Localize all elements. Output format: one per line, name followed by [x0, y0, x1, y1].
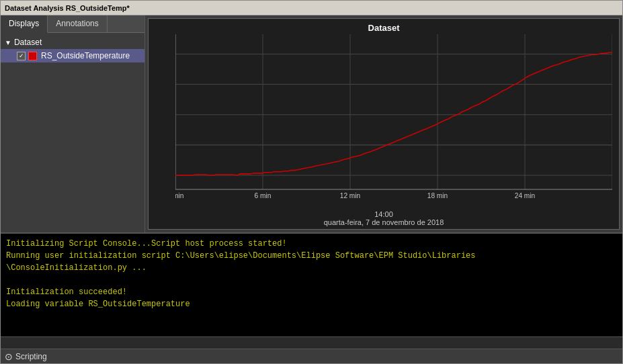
svg-text:12 min: 12 min [340, 191, 361, 199]
scripting-icon: ⊙ [5, 351, 13, 362]
tab-annotations[interactable]: Annotations [48, 15, 107, 32]
item-checkbox[interactable]: ✓ [17, 52, 26, 60]
chart-footer: 14:00 quarta-feira, 7 de novembro de 201… [149, 210, 619, 229]
chart-date: quarta-feira, 7 de novembro de 2018 [149, 218, 619, 226]
console-output: Initializing Script Console...Script hos… [6, 238, 617, 310]
item-color-swatch [28, 52, 37, 60]
status-label: Scripting [15, 352, 47, 361]
chart-title: Dataset [149, 19, 619, 34]
console-input-bar[interactable] [1, 336, 622, 349]
status-bar: ⊙ Scripting [1, 349, 622, 363]
left-panel: Displays Annotations ▼ Dataset ✓ RS_Outs… [1, 15, 145, 232]
chart-body: 10 20 30 40 0 min 6 min 12 min 18 min 24… [175, 34, 612, 203]
top-section: Displays Annotations ▼ Dataset ✓ RS_Outs… [1, 15, 622, 232]
dataset-tree-header[interactable]: ▼ Dataset [1, 36, 144, 49]
tree-section: ▼ Dataset ✓ RS_OutsideTemperature [1, 33, 144, 65]
tree-arrow-icon: ▼ [5, 39, 11, 46]
tab-bar: Displays Annotations [1, 15, 144, 33]
dataset-label: Dataset [14, 38, 42, 47]
svg-text:18 min: 18 min [427, 191, 448, 199]
item-label: RS_OutsideTemperature [41, 51, 130, 60]
chart-svg: 10 20 30 40 0 min 6 min 12 min 18 min 24… [175, 34, 612, 203]
main-content: Displays Annotations ▼ Dataset ✓ RS_Outs… [1, 15, 622, 363]
tree-item-rs-outside-temperature[interactable]: ✓ RS_OutsideTemperature [1, 49, 144, 62]
title-bar: Dataset Analysis RS_OutsideTemp* [1, 1, 622, 15]
chart-time: 14:00 [149, 210, 619, 218]
svg-text:6 min: 6 min [255, 191, 272, 199]
svg-text:0 min: 0 min [175, 191, 184, 199]
chart-data-line [175, 52, 612, 175]
svg-text:24 min: 24 min [515, 191, 536, 199]
tab-displays[interactable]: Displays [1, 15, 48, 33]
console-section: Initializing Script Console...Script hos… [1, 232, 622, 336]
chart-area: Dataset [148, 18, 620, 230]
window-title: Dataset Analysis RS_OutsideTemp* [5, 4, 130, 12]
main-window: Dataset Analysis RS_OutsideTemp* Display… [0, 0, 623, 364]
